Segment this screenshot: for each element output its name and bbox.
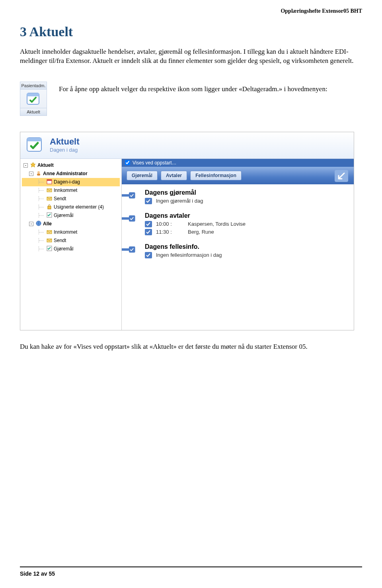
- tree-item-label: Gjøremål: [54, 213, 73, 218]
- check-icon: [47, 246, 52, 252]
- mail-in-icon: [47, 187, 52, 194]
- tree-item-label: Alle: [43, 221, 52, 227]
- show-on-startup-label: Vises ved oppstart…: [133, 160, 177, 166]
- tree-item-label: Innkommet: [54, 188, 77, 193]
- mail-out-icon: [47, 195, 52, 202]
- aktuelt-window: Aktuelt Dagen i dag -Aktuelt-Anne Admini…: [20, 132, 354, 330]
- tab-fellesinfo[interactable]: Fellesinformasjon: [190, 171, 242, 180]
- gjoremal-empty: Ingen gjøremål i dag: [156, 198, 203, 204]
- check-icon: [145, 229, 152, 235]
- tree-item-label: Sendt: [54, 238, 66, 243]
- main-pane: Vises ved oppstart… Gjøremål Avtaler Fel…: [122, 159, 354, 330]
- page-footer: Side 12 av 55: [20, 567, 362, 577]
- tab-avtaler[interactable]: Avtaler: [161, 171, 187, 180]
- intro-paragraph: Aktuelt inneholder dagsaktuelle hendelse…: [20, 47, 362, 66]
- tree-item[interactable]: -Alle: [22, 220, 120, 228]
- tree-item-label: Anne Administrator: [43, 171, 88, 176]
- tree-toggle-icon[interactable]: -: [29, 222, 33, 226]
- section-avtaler: Dagens avtaler 10:00 : Kaspersen, Tordis…: [122, 207, 354, 238]
- tree-item[interactable]: Sendt: [22, 236, 120, 245]
- tree-item[interactable]: Sendt: [22, 195, 120, 203]
- tree-item-label: Innkommet: [54, 229, 77, 235]
- arrow-connector-icon: [122, 215, 136, 225]
- tree-toggle-icon[interactable]: -: [23, 163, 28, 168]
- svg-rect-25: [122, 248, 129, 251]
- svg-rect-3: [27, 138, 41, 141]
- gjoremal-heading: Dagens gjøremål: [145, 189, 350, 196]
- show-on-startup-checkbox[interactable]: [125, 160, 130, 165]
- svg-rect-21: [122, 217, 129, 220]
- svg-rect-11: [48, 206, 51, 209]
- avtaler-heading: Dagens avtaler: [145, 212, 350, 219]
- page-heading: 3 Aktuelt: [20, 24, 362, 39]
- svg-marker-4: [31, 162, 35, 167]
- avtale-row[interactable]: 11:30 : Berg, Rune: [145, 228, 350, 236]
- check-icon: [145, 198, 152, 204]
- tree-item[interactable]: -Aktuelt: [22, 161, 120, 170]
- collapse-icon[interactable]: [335, 170, 348, 183]
- star-icon: [30, 162, 36, 169]
- tree-item[interactable]: Usignerte elementer (4): [22, 203, 120, 211]
- aktuelt-header-icon: [25, 136, 45, 154]
- tree-item[interactable]: Gjøremål: [22, 245, 120, 253]
- globe-icon: [36, 221, 41, 227]
- topbar: Vises ved oppstart…: [122, 159, 354, 167]
- avtale-row[interactable]: 10:00 : Kaspersen, Tordis Lovise: [145, 220, 350, 228]
- svg-point-5: [37, 171, 40, 174]
- menu-top-tab[interactable]: Pasientadm.: [20, 82, 47, 90]
- avtale-time: 10:00 :: [156, 221, 184, 227]
- svg-rect-18: [122, 194, 129, 197]
- tree-item-label: Usignerte elementer (4): [54, 204, 104, 210]
- window-subtitle: Dagen i dag: [50, 147, 80, 153]
- fellesinfo-heading: Dagens fellesinfo.: [145, 243, 350, 250]
- check-icon: [145, 252, 152, 258]
- mail-out-icon: [47, 237, 52, 244]
- tab-gjoremal[interactable]: Gjøremål: [127, 171, 158, 180]
- arrow-connector-icon: [122, 192, 136, 202]
- avtale-name: Berg, Rune: [188, 229, 214, 235]
- tree-item[interactable]: -Anne Administrator: [22, 170, 120, 178]
- section-fellesinfo: Dagens fellesinfo. Ingen fellesinformasj…: [122, 238, 354, 262]
- closing-paragraph: Du kan hake av for «Vises ved oppstart» …: [20, 342, 362, 352]
- lock-icon: [47, 204, 52, 211]
- user-icon: [36, 170, 41, 177]
- tree-item-label: Sendt: [54, 196, 66, 201]
- avtale-time: 11:30 :: [156, 229, 184, 235]
- instruction-paragraph: For å åpne opp aktuelt velger du respekt…: [59, 85, 327, 94]
- tree-item[interactable]: Gjøremål: [22, 211, 120, 220]
- section-gjoremal: Dagens gjøremål Ingen gjøremål i dag: [122, 184, 354, 207]
- tree-item-label: Aktuelt: [37, 162, 54, 168]
- tree-toggle-icon[interactable]: -: [29, 172, 33, 176]
- tree-item[interactable]: Innkommet: [22, 186, 120, 195]
- fellesinfo-empty: Ingen fellesinformasjon i dag: [156, 252, 222, 258]
- tree-item[interactable]: Innkommet: [22, 228, 120, 236]
- hovedmeny-snippet: Pasientadm. Aktuelt: [20, 82, 47, 116]
- check-icon: [47, 212, 52, 219]
- tree-item[interactable]: Dagen-i-dag: [22, 178, 120, 186]
- svg-rect-8: [47, 180, 52, 181]
- aktuelt-menu-icon[interactable]: [25, 92, 42, 107]
- svg-rect-1: [27, 93, 39, 96]
- calendar-icon: [47, 179, 52, 186]
- tree-item-label: Dagen-i-dag: [54, 179, 80, 185]
- svg-rect-6: [37, 174, 40, 176]
- mail-in-icon: [47, 229, 52, 236]
- tree-item-label: Gjøremål: [54, 246, 73, 252]
- avtale-name: Kaspersen, Tordis Lovise: [188, 221, 246, 227]
- check-icon: [145, 221, 152, 227]
- window-header: Aktuelt Dagen i dag: [20, 132, 354, 159]
- menu-bottom-tab[interactable]: Aktuelt: [20, 108, 47, 115]
- arrow-connector-icon: [122, 246, 136, 256]
- navigation-tree[interactable]: -Aktuelt-Anne AdministratorDagen-i-dagIn…: [20, 159, 122, 330]
- window-title: Aktuelt: [50, 137, 80, 147]
- tab-bar: Gjøremål Avtaler Fellesinformasjon: [122, 167, 354, 184]
- doc-header: Opplæringshefte Extensor05 BHT: [20, 8, 362, 14]
